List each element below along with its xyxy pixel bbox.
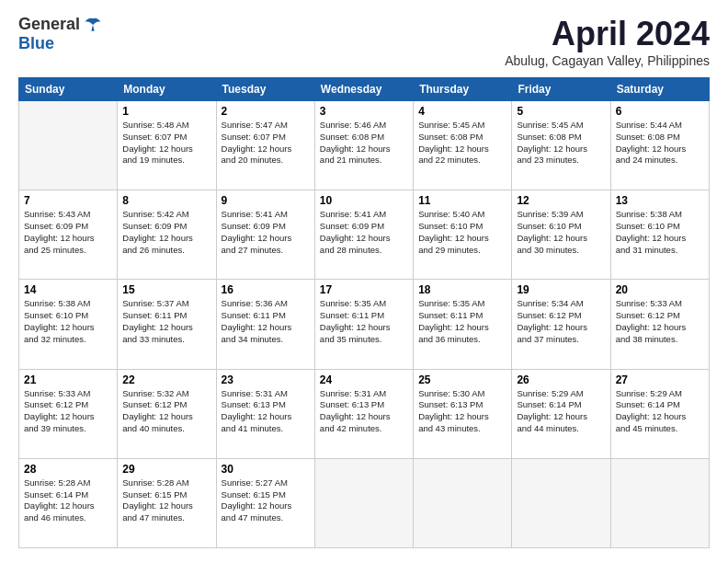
day-content: Sunrise: 5:31 AM Sunset: 6:13 PM Dayligh… — [320, 388, 408, 435]
day-content: Sunrise: 5:29 AM Sunset: 6:14 PM Dayligh… — [517, 388, 605, 435]
day-number: 9 — [222, 194, 310, 207]
calendar-week-row: 21Sunrise: 5:33 AM Sunset: 6:12 PM Dayli… — [19, 369, 710, 458]
calendar-cell: 18Sunrise: 5:35 AM Sunset: 6:11 PM Dayli… — [414, 280, 512, 369]
calendar-day-header: Monday — [118, 78, 216, 101]
day-number: 25 — [418, 373, 506, 386]
calendar-cell: 4Sunrise: 5:45 AM Sunset: 6:08 PM Daylig… — [414, 101, 512, 190]
month-title: April 2024 — [505, 15, 710, 53]
calendar-cell: 29Sunrise: 5:28 AM Sunset: 6:15 PM Dayli… — [118, 458, 216, 547]
day-content: Sunrise: 5:38 AM Sunset: 6:10 PM Dayligh… — [24, 298, 112, 345]
calendar-cell: 2Sunrise: 5:47 AM Sunset: 6:07 PM Daylig… — [216, 101, 314, 190]
title-area: April 2024 Abulug, Cagayan Valley, Phili… — [505, 15, 710, 68]
day-number: 2 — [222, 105, 310, 118]
calendar-cell: 24Sunrise: 5:31 AM Sunset: 6:13 PM Dayli… — [314, 369, 413, 458]
calendar-cell: 3Sunrise: 5:46 AM Sunset: 6:08 PM Daylig… — [314, 101, 413, 190]
day-content: Sunrise: 5:42 AM Sunset: 6:09 PM Dayligh… — [122, 209, 210, 256]
day-number: 27 — [616, 373, 704, 386]
calendar-cell: 17Sunrise: 5:35 AM Sunset: 6:11 PM Dayli… — [314, 280, 413, 369]
day-content: Sunrise: 5:36 AM Sunset: 6:11 PM Dayligh… — [222, 298, 310, 345]
logo-text: General — [18, 15, 102, 34]
calendar-cell — [414, 458, 512, 547]
day-content: Sunrise: 5:30 AM Sunset: 6:13 PM Dayligh… — [418, 388, 506, 435]
day-content: Sunrise: 5:33 AM Sunset: 6:12 PM Dayligh… — [616, 298, 704, 345]
logo-general-text: General — [18, 15, 80, 34]
page: General Blue April 2024 Abulug, Cagayan … — [0, 0, 728, 563]
day-number: 1 — [122, 105, 210, 118]
calendar-cell: 23Sunrise: 5:31 AM Sunset: 6:13 PM Dayli… — [216, 369, 314, 458]
calendar-cell: 30Sunrise: 5:27 AM Sunset: 6:15 PM Dayli… — [216, 458, 314, 547]
day-content: Sunrise: 5:46 AM Sunset: 6:08 PM Dayligh… — [320, 120, 408, 167]
day-number: 13 — [616, 194, 704, 207]
calendar-cell: 6Sunrise: 5:44 AM Sunset: 6:08 PM Daylig… — [610, 101, 709, 190]
day-number: 29 — [122, 463, 210, 476]
day-number: 6 — [616, 105, 704, 118]
day-number: 15 — [122, 283, 210, 296]
day-content: Sunrise: 5:41 AM Sunset: 6:09 PM Dayligh… — [222, 209, 310, 256]
calendar-week-row: 1Sunrise: 5:48 AM Sunset: 6:07 PM Daylig… — [19, 101, 710, 190]
calendar-cell: 5Sunrise: 5:45 AM Sunset: 6:08 PM Daylig… — [512, 101, 610, 190]
day-number: 8 — [122, 194, 210, 207]
day-number: 7 — [24, 194, 112, 207]
day-content: Sunrise: 5:45 AM Sunset: 6:08 PM Dayligh… — [517, 120, 605, 167]
day-number: 20 — [616, 283, 704, 296]
calendar-day-header: Sunday — [19, 78, 118, 101]
calendar-table: SundayMondayTuesdayWednesdayThursdayFrid… — [18, 77, 710, 548]
calendar-cell: 8Sunrise: 5:42 AM Sunset: 6:09 PM Daylig… — [118, 190, 216, 280]
calendar-cell: 28Sunrise: 5:28 AM Sunset: 6:14 PM Dayli… — [19, 458, 118, 547]
day-number: 14 — [24, 283, 112, 296]
day-content: Sunrise: 5:33 AM Sunset: 6:12 PM Dayligh… — [24, 388, 112, 435]
day-content: Sunrise: 5:38 AM Sunset: 6:10 PM Dayligh… — [616, 209, 704, 256]
day-number: 23 — [222, 373, 310, 386]
logo-blue-text: Blue — [18, 34, 54, 53]
day-number: 28 — [24, 463, 112, 476]
calendar-header-row: SundayMondayTuesdayWednesdayThursdayFrid… — [19, 78, 710, 101]
calendar-cell — [610, 458, 709, 547]
day-content: Sunrise: 5:31 AM Sunset: 6:13 PM Dayligh… — [222, 388, 310, 435]
day-content: Sunrise: 5:28 AM Sunset: 6:15 PM Dayligh… — [122, 477, 210, 524]
calendar-week-row: 7Sunrise: 5:43 AM Sunset: 6:09 PM Daylig… — [19, 190, 710, 280]
day-number: 21 — [24, 373, 112, 386]
day-content: Sunrise: 5:28 AM Sunset: 6:14 PM Dayligh… — [24, 477, 112, 524]
calendar-cell — [19, 101, 118, 190]
day-number: 5 — [517, 105, 605, 118]
day-content: Sunrise: 5:40 AM Sunset: 6:10 PM Dayligh… — [418, 209, 506, 256]
calendar-week-row: 28Sunrise: 5:28 AM Sunset: 6:14 PM Dayli… — [19, 458, 710, 547]
calendar-cell: 20Sunrise: 5:33 AM Sunset: 6:12 PM Dayli… — [610, 280, 709, 369]
day-content: Sunrise: 5:37 AM Sunset: 6:11 PM Dayligh… — [122, 298, 210, 345]
calendar-cell: 25Sunrise: 5:30 AM Sunset: 6:13 PM Dayli… — [414, 369, 512, 458]
calendar-cell: 12Sunrise: 5:39 AM Sunset: 6:10 PM Dayli… — [512, 190, 610, 280]
logo-bird-icon — [84, 16, 102, 34]
day-content: Sunrise: 5:43 AM Sunset: 6:09 PM Dayligh… — [24, 209, 112, 256]
calendar-cell: 1Sunrise: 5:48 AM Sunset: 6:07 PM Daylig… — [118, 101, 216, 190]
day-number: 22 — [122, 373, 210, 386]
day-content: Sunrise: 5:35 AM Sunset: 6:11 PM Dayligh… — [418, 298, 506, 345]
day-number: 4 — [418, 105, 506, 118]
day-content: Sunrise: 5:47 AM Sunset: 6:07 PM Dayligh… — [222, 120, 310, 167]
day-content: Sunrise: 5:44 AM Sunset: 6:08 PM Dayligh… — [616, 120, 704, 167]
calendar-day-header: Thursday — [414, 78, 512, 101]
day-number: 11 — [418, 194, 506, 207]
day-number: 16 — [222, 283, 310, 296]
day-content: Sunrise: 5:48 AM Sunset: 6:07 PM Dayligh… — [122, 120, 210, 167]
calendar-cell: 21Sunrise: 5:33 AM Sunset: 6:12 PM Dayli… — [19, 369, 118, 458]
calendar-cell: 11Sunrise: 5:40 AM Sunset: 6:10 PM Dayli… — [414, 190, 512, 280]
day-content: Sunrise: 5:41 AM Sunset: 6:09 PM Dayligh… — [320, 209, 408, 256]
day-number: 26 — [517, 373, 605, 386]
day-content: Sunrise: 5:35 AM Sunset: 6:11 PM Dayligh… — [320, 298, 408, 345]
calendar-cell: 14Sunrise: 5:38 AM Sunset: 6:10 PM Dayli… — [19, 280, 118, 369]
calendar-day-header: Friday — [512, 78, 610, 101]
day-number: 12 — [517, 194, 605, 207]
calendar-cell: 27Sunrise: 5:29 AM Sunset: 6:14 PM Dayli… — [610, 369, 709, 458]
day-number: 3 — [320, 105, 408, 118]
day-number: 24 — [320, 373, 408, 386]
calendar-cell: 22Sunrise: 5:32 AM Sunset: 6:12 PM Dayli… — [118, 369, 216, 458]
day-content: Sunrise: 5:27 AM Sunset: 6:15 PM Dayligh… — [222, 477, 310, 524]
calendar-cell: 13Sunrise: 5:38 AM Sunset: 6:10 PM Dayli… — [610, 190, 709, 280]
day-content: Sunrise: 5:32 AM Sunset: 6:12 PM Dayligh… — [122, 388, 210, 435]
calendar-cell — [512, 458, 610, 547]
day-number: 30 — [222, 463, 310, 476]
day-number: 10 — [320, 194, 408, 207]
logo: General Blue — [18, 15, 102, 53]
calendar-cell: 9Sunrise: 5:41 AM Sunset: 6:09 PM Daylig… — [216, 190, 314, 280]
calendar-day-header: Tuesday — [216, 78, 314, 101]
